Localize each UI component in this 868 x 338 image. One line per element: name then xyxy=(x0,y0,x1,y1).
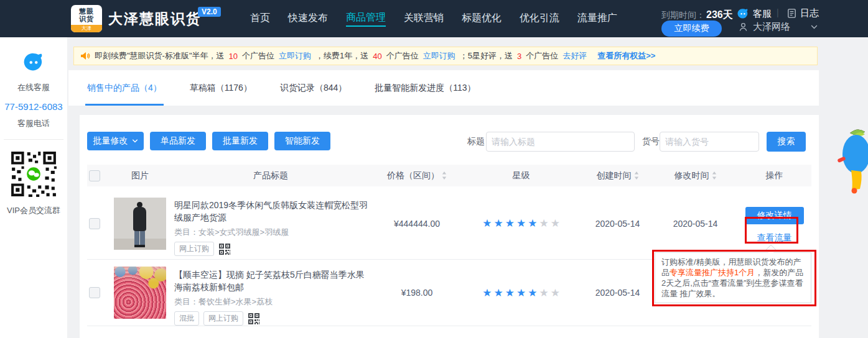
header-actions: 操作 xyxy=(737,170,811,181)
header-price-sortable[interactable]: 价格（区间） xyxy=(373,170,460,181)
nav-item-quick-publish[interactable]: 快速发布 xyxy=(288,12,328,26)
created-date: 2020-05-14 xyxy=(582,188,653,259)
view-traffic-link[interactable]: 查看流量 xyxy=(757,232,792,244)
user-icon xyxy=(738,22,749,32)
nav-item-title-optimization[interactable]: 标题优化 xyxy=(462,12,502,26)
header-rating: 星级 xyxy=(460,170,582,181)
row-checkbox[interactable] xyxy=(89,218,100,229)
search-button[interactable]: 搜索 xyxy=(767,132,806,152)
service-mascot-icon xyxy=(737,7,749,20)
header-created-sortable[interactable]: 创建时间 xyxy=(582,170,653,181)
log-icon xyxy=(786,8,797,19)
product-category: 类目：女装>女式羽绒服>羽绒服 xyxy=(174,227,373,238)
nav-item-traffic-optimization[interactable]: 优化引流 xyxy=(520,12,559,26)
account-name: 大泽网络 xyxy=(753,21,790,33)
renew-button[interactable]: 立即续费 xyxy=(661,21,722,37)
app-title: 大泽慧眼识货 xyxy=(108,9,202,29)
notice-text: 个广告位 xyxy=(526,50,558,62)
vip-group-caption: VIP会员交流群 xyxy=(0,205,67,216)
tag-mixed-batch: 混批 xyxy=(174,311,199,326)
tab-recognition-records[interactable]: 识货记录（844） xyxy=(280,70,347,106)
vip-group-qr-code xyxy=(0,150,67,201)
order-now-link[interactable]: 立即订购 xyxy=(423,50,455,62)
modified-date: 2020-05-14 xyxy=(653,188,737,259)
sort-icon xyxy=(442,171,447,180)
notice-text: 个广告位 xyxy=(386,50,419,62)
product-title: 【顺丰空运】现摘 妃子笑荔枝5斤白糖罂当季水果海南荔枝新鲜包邮 xyxy=(174,268,368,293)
megaphone-icon xyxy=(80,51,90,61)
smart-publish-button[interactable]: 智能新发 xyxy=(274,132,330,150)
star-rating: ★★★★★★★ xyxy=(482,288,560,298)
header-image: 图片 xyxy=(112,170,168,181)
header-modified-sortable[interactable]: 修改时间 xyxy=(653,170,737,181)
online-service-icon[interactable] xyxy=(0,51,67,76)
tab-drafts[interactable]: 草稿箱（1176） xyxy=(190,70,252,106)
app: 慧眼 识货 大泽 大泽慧眼识货 V2.0 首页 快速发布 商品管理 关联营销 标… xyxy=(0,0,868,338)
notice-bar: 即刻续费"慧眼识货-标准版"半年，送10个广告位 立即订购，续费1年，送40个广… xyxy=(73,47,818,65)
batch-edit-button[interactable]: 批量修改 xyxy=(87,132,144,150)
notice-count: 40 xyxy=(373,52,381,61)
tab-products-on-sale[interactable]: 销售中的产品（4） xyxy=(87,70,162,106)
floating-mascot[interactable] xyxy=(831,126,868,198)
nav-item-related-marketing[interactable]: 关联营销 xyxy=(404,12,444,26)
account-menu[interactable]: 大泽网络 xyxy=(738,21,818,33)
online-service-label: 在线客服 xyxy=(0,82,67,93)
edit-details-button[interactable]: 修改详情 xyxy=(745,207,804,224)
single-publish-button[interactable]: 单品新发 xyxy=(150,132,206,150)
table-row: 明星同款2019冬季休闲气质韩版女装连帽宽松型羽绒服产地货源 类目：女装>女式羽… xyxy=(87,188,811,260)
nav-item-traffic-promotion[interactable]: 流量推广 xyxy=(577,12,617,26)
toolbar: 批量修改 单品新发 批量新发 智能新发 xyxy=(87,132,330,150)
tab-batch-smart-publish-progress[interactable]: 批量智能新发进度（113） xyxy=(375,70,475,106)
view-all-benefits-link[interactable]: 查看所有权益>> xyxy=(597,50,655,62)
sort-icon xyxy=(634,171,639,180)
product-image xyxy=(114,198,166,250)
notice-count: 3 xyxy=(517,52,521,61)
product-price: ¥198.00 xyxy=(373,260,460,326)
sort-icon xyxy=(712,171,717,180)
order-now-link[interactable]: 立即订购 xyxy=(279,50,311,62)
row-checkbox[interactable] xyxy=(89,287,100,298)
log-label: 日志 xyxy=(800,7,819,19)
main-nav: 首页 快速发布 商品管理 关联营销 标题优化 优化引流 流量推广 xyxy=(250,0,617,37)
logo-sub-brand: 大泽 xyxy=(71,25,102,32)
product-price: ¥444444.00 xyxy=(373,188,460,259)
tooltip-highlight: 专享流量推广扶持1个月 xyxy=(670,268,755,277)
star-rating: ★★★★★★★ xyxy=(482,218,560,229)
notice-count: 10 xyxy=(229,52,238,61)
notice-text: ；5星好评，送 xyxy=(460,50,513,62)
sidebar-divider xyxy=(4,139,63,140)
app-logo[interactable]: 慧眼 识货 大泽 xyxy=(71,5,102,32)
qr-code-icon[interactable] xyxy=(248,313,260,325)
notice-text: 即刻续费"慧眼识货-标准版"半年，送 xyxy=(95,50,225,62)
notice-text: ，续费1年，送 xyxy=(315,50,368,62)
created-date: 2020-05-14 xyxy=(582,260,653,326)
chevron-down-icon xyxy=(132,139,138,143)
service-phone: 77-5912-6083 xyxy=(0,101,67,112)
topbar-divider: | xyxy=(777,7,779,17)
customer-service-link[interactable]: 客服 xyxy=(737,7,772,20)
nav-item-home[interactable]: 首页 xyxy=(250,12,270,26)
sku-search-label: 货号 xyxy=(642,136,660,147)
sku-search-input[interactable] xyxy=(660,132,759,152)
go-review-link[interactable]: 去好评 xyxy=(562,50,587,62)
select-all-checkbox[interactable] xyxy=(89,170,100,181)
nav-item-product-management[interactable]: 商品管理 xyxy=(346,11,386,27)
content-card: 批量修改 单品新发 批量新发 智能新发 标题 货号 搜索 图片 产品标题 价格（… xyxy=(80,115,819,338)
title-search-input[interactable] xyxy=(486,132,635,152)
tab-bar: 销售中的产品（4） 草稿箱（1176） 识货记录（844） 批量智能新发进度（1… xyxy=(68,70,819,106)
service-phone-label: 客服电话 xyxy=(0,118,67,129)
log-link[interactable]: 日志 xyxy=(786,7,819,19)
expiry-label: 到期时间： xyxy=(661,10,705,20)
notice-text: 个广告位 xyxy=(242,50,274,62)
product-title: 明星同款2019冬季休闲气质韩版女装连帽宽松型羽绒服产地货源 xyxy=(174,199,368,224)
qr-code-icon[interactable] xyxy=(218,243,231,255)
tag-online-order: 网上订购 xyxy=(174,242,214,256)
expiry-time: 到期时间：236天 xyxy=(661,9,733,22)
title-search-label: 标题 xyxy=(467,136,485,147)
tag-online-order: 网上订购 xyxy=(203,311,243,326)
product-category: 类目：餐饮生鲜>水果>荔枝 xyxy=(174,296,373,308)
header-title: 产品标题 xyxy=(168,170,373,181)
traffic-tooltip: 订购标准/精美版，用慧眼识货发布的产品专享流量推广扶持1个月，新发的产品2天之后… xyxy=(655,252,811,303)
batch-publish-button[interactable]: 批量新发 xyxy=(212,132,268,150)
expiry-value: 236天 xyxy=(706,9,733,20)
